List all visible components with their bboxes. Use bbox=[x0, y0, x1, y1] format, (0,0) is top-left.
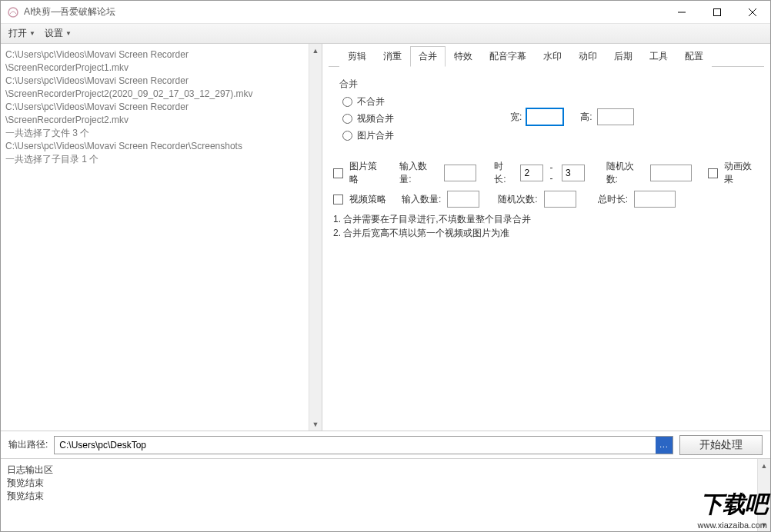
menubar: 打开▼ 设置▼ bbox=[1, 24, 770, 44]
file-list-line: \ScreenRecorderProject2.mkv bbox=[5, 114, 304, 127]
output-path-wrap: ... bbox=[54, 436, 673, 454]
scrollbar-left[interactable]: ▲ ▼ bbox=[309, 44, 322, 431]
window-title: AI快剪—吾爱破解论坛 bbox=[24, 5, 664, 18]
menu-settings[interactable]: 设置▼ bbox=[45, 27, 72, 40]
group-title-merge: 合并 bbox=[339, 78, 753, 91]
tab-2[interactable]: 合并 bbox=[410, 46, 446, 67]
input-count-2[interactable] bbox=[447, 191, 479, 208]
label-duration: 时长: bbox=[494, 160, 514, 186]
log-area: 日志输出区预览结束预览结束 ▲ ▼ bbox=[1, 459, 770, 531]
duration-sep: -- bbox=[549, 162, 556, 184]
input-count-1[interactable] bbox=[444, 165, 476, 181]
window-controls bbox=[664, 1, 770, 24]
output-path-label: 输出路径: bbox=[8, 438, 48, 451]
file-list-line: 一共选择了子目录 1 个 bbox=[5, 153, 304, 166]
app-icon bbox=[7, 6, 19, 18]
minimize-button[interactable] bbox=[664, 1, 699, 24]
chevron-down-icon: ▼ bbox=[29, 30, 35, 37]
svg-rect-2 bbox=[714, 8, 721, 15]
output-path-input[interactable] bbox=[55, 437, 656, 454]
file-list-line: \ScreenRecorderProject2(2020_09_02_17_03… bbox=[5, 88, 304, 101]
maximize-button[interactable] bbox=[699, 1, 735, 24]
random-count-1[interactable] bbox=[650, 165, 692, 181]
scroll-down-icon[interactable]: ▼ bbox=[309, 417, 322, 431]
label-video-strategy: 视频策略 bbox=[349, 193, 386, 206]
radio-video-merge[interactable] bbox=[342, 114, 352, 124]
scroll-down-icon[interactable]: ▼ bbox=[758, 518, 770, 531]
log-line: 预览结束 bbox=[7, 477, 751, 490]
file-list-line: C:\Users\pc\Videos\Movavi Screen Recorde… bbox=[5, 75, 304, 88]
label-random-count: 随机次数: bbox=[606, 160, 644, 186]
titlebar: AI快剪—吾爱破解论坛 bbox=[1, 1, 770, 24]
svg-point-0 bbox=[8, 8, 18, 17]
tab-4[interactable]: 配音字幕 bbox=[481, 46, 535, 67]
scroll-up-icon[interactable]: ▲ bbox=[309, 44, 322, 57]
label-anim-effect: 动画效果 bbox=[724, 160, 759, 186]
random-count-2[interactable] bbox=[544, 191, 576, 208]
label-input-count: 输入数量: bbox=[399, 160, 437, 186]
duration-to-input[interactable] bbox=[562, 165, 585, 181]
tab-6[interactable]: 动印 bbox=[570, 46, 606, 67]
menu-open[interactable]: 打开▼ bbox=[8, 27, 35, 40]
output-bar: 输出路径: ... 开始处理 bbox=[1, 431, 770, 459]
checkbox-video-strategy[interactable] bbox=[333, 195, 343, 204]
file-list[interactable]: C:\Users\pc\Videos\Movavi Screen Recorde… bbox=[1, 44, 309, 431]
file-list-line: \ScreenRecorderProject1.mkv bbox=[5, 62, 304, 75]
note-2: 2. 合并后宽高不填以第一个视频或图片为准 bbox=[333, 226, 759, 240]
start-button[interactable]: 开始处理 bbox=[679, 435, 763, 455]
radio-no-merge[interactable] bbox=[342, 97, 352, 107]
log-content[interactable]: 日志输出区预览结束预览结束 bbox=[1, 459, 757, 531]
tab-7[interactable]: 后期 bbox=[606, 46, 641, 67]
radio-label: 图片合并 bbox=[357, 129, 394, 142]
tab-0[interactable]: 剪辑 bbox=[339, 46, 375, 67]
tab-bar: 剪辑消重合并特效配音字幕水印动印后期工具配置 bbox=[329, 48, 764, 67]
file-list-line: C:\Users\pc\Videos\Movavi Screen Recorde… bbox=[5, 48, 304, 62]
close-button[interactable] bbox=[735, 1, 770, 24]
label-input-count: 输入数量: bbox=[402, 193, 441, 206]
radio-label: 视频合并 bbox=[357, 112, 394, 125]
duration-from-input[interactable] bbox=[520, 165, 543, 181]
file-list-line: C:\Users\pc\Videos\Movavi Screen Recorde… bbox=[5, 140, 304, 153]
log-line: 预览结束 bbox=[7, 490, 751, 503]
right-pane: 剪辑消重合并特效配音字幕水印动印后期工具配置 合并 不合并 视频合并 图片合并 … bbox=[322, 44, 770, 431]
tab-1[interactable]: 消重 bbox=[375, 46, 410, 67]
tab-3[interactable]: 特效 bbox=[446, 46, 481, 67]
file-list-pane: C:\Users\pc\Videos\Movavi Screen Recorde… bbox=[1, 44, 322, 431]
radio-image-merge[interactable] bbox=[342, 131, 352, 141]
tab-5[interactable]: 水印 bbox=[535, 46, 570, 67]
file-list-line: C:\Users\pc\Videos\Movavi Screen Recorde… bbox=[5, 101, 304, 114]
log-line: 日志输出区 bbox=[7, 464, 751, 477]
note-1: 1. 合并需要在子目录进行,不填数量整个目录合并 bbox=[333, 212, 759, 226]
height-label: 高: bbox=[580, 111, 592, 124]
scroll-track[interactable] bbox=[309, 57, 322, 417]
tab-9[interactable]: 配置 bbox=[676, 46, 712, 67]
scroll-up-icon[interactable]: ▲ bbox=[758, 459, 770, 472]
width-label: 宽: bbox=[510, 111, 522, 124]
checkbox-anim-effect[interactable] bbox=[708, 168, 718, 178]
label-image-strategy: 图片策略 bbox=[349, 160, 385, 186]
chevron-down-icon: ▼ bbox=[65, 30, 72, 37]
radio-label: 不合并 bbox=[357, 95, 385, 108]
height-input[interactable] bbox=[597, 108, 634, 125]
total-duration-input[interactable] bbox=[634, 191, 676, 208]
label-total-duration: 总时长: bbox=[598, 193, 628, 206]
scroll-track[interactable] bbox=[758, 472, 770, 518]
browse-button[interactable]: ... bbox=[656, 437, 673, 454]
width-input[interactable] bbox=[526, 108, 563, 125]
checkbox-image-strategy[interactable] bbox=[333, 168, 343, 178]
tab-content-merge: 合并 不合并 视频合并 图片合并 宽: 高: 图片策略 bbox=[329, 67, 764, 248]
label-random-count: 随机次数: bbox=[498, 193, 537, 206]
file-list-line: 一共选择了文件 3 个 bbox=[5, 127, 304, 140]
scrollbar-log[interactable]: ▲ ▼ bbox=[757, 459, 770, 531]
tab-8[interactable]: 工具 bbox=[641, 46, 676, 67]
